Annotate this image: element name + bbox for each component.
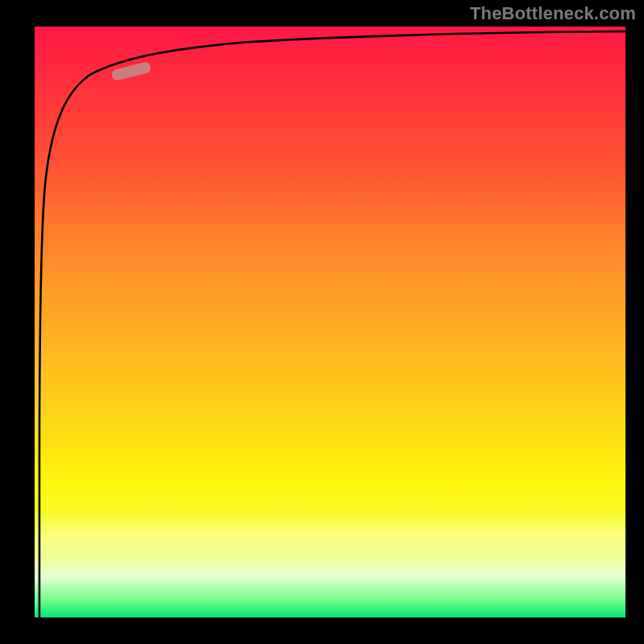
plot-area: [32, 24, 628, 620]
main-curve: [39, 31, 625, 617]
curve-layer: [35, 27, 625, 617]
chart-canvas: TheBottleneck.com: [0, 0, 644, 644]
watermark-label: TheBottleneck.com: [470, 3, 636, 24]
